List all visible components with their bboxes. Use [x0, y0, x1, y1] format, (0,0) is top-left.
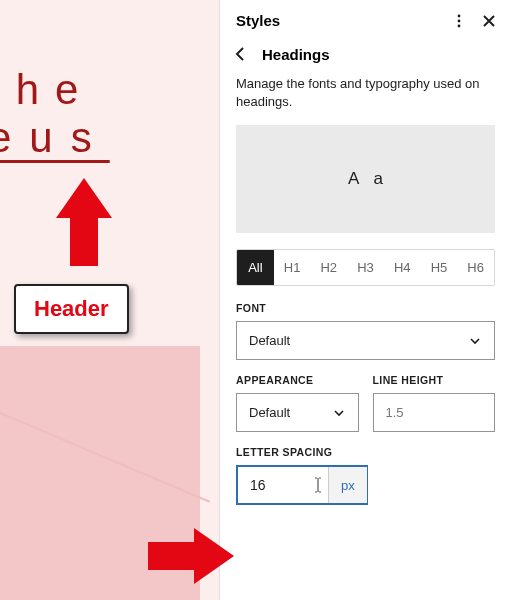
- preview-uppercase: A: [348, 169, 359, 189]
- annotation-arrow-up-icon: [56, 178, 112, 266]
- annotation-callout-text: Header: [34, 296, 109, 321]
- preview-lowercase: a: [373, 169, 382, 189]
- tab-all[interactable]: All: [237, 250, 274, 285]
- back-icon[interactable]: [232, 45, 250, 63]
- chevron-down-icon: [468, 334, 482, 348]
- svg-point-2: [458, 24, 461, 27]
- font-field: FONT Default: [220, 302, 511, 374]
- panel-header: Styles: [220, 0, 511, 39]
- typography-preview: A a: [236, 125, 495, 233]
- heading-preview-text: the eus: [0, 66, 110, 162]
- font-label: FONT: [236, 302, 495, 314]
- chevron-down-icon: [332, 406, 346, 420]
- line-height-label: LINE HEIGHT: [373, 374, 496, 386]
- tab-h1[interactable]: H1: [274, 250, 311, 285]
- tab-h6[interactable]: H6: [457, 250, 494, 285]
- font-select-value: Default: [249, 333, 290, 348]
- appearance-select[interactable]: Default: [236, 393, 359, 432]
- tab-h2[interactable]: H2: [310, 250, 347, 285]
- appearance-lineheight-row: APPEARANCE Default LINE HEIGHT: [220, 374, 511, 446]
- more-options-icon[interactable]: [451, 13, 467, 29]
- line-height-field: LINE HEIGHT: [373, 374, 496, 432]
- letter-spacing-field: LETTER SPACING px: [220, 446, 511, 519]
- letter-spacing-input-group: px: [236, 465, 368, 505]
- svg-point-1: [458, 19, 461, 22]
- letter-spacing-label: LETTER SPACING: [236, 446, 495, 458]
- close-icon[interactable]: [481, 13, 497, 29]
- heading-line-2: eus: [0, 114, 110, 162]
- styles-panel: Styles Headings Manage the fonts and typ…: [220, 0, 511, 600]
- appearance-field: APPEARANCE Default: [236, 374, 359, 432]
- tab-h4[interactable]: H4: [384, 250, 421, 285]
- line-height-input[interactable]: [373, 393, 496, 432]
- svg-point-0: [458, 14, 461, 17]
- panel-title: Styles: [236, 12, 280, 29]
- font-select[interactable]: Default: [236, 321, 495, 360]
- annotation-callout: Header: [14, 284, 129, 334]
- annotation-arrow-right-icon: [148, 528, 234, 584]
- heading-line-1: the: [0, 66, 110, 114]
- panel-description: Manage the fonts and typography used on …: [220, 75, 511, 125]
- letter-spacing-input[interactable]: [238, 467, 308, 503]
- appearance-select-value: Default: [249, 405, 290, 420]
- letter-spacing-unit-button[interactable]: px: [328, 467, 367, 503]
- breadcrumb-label: Headings: [262, 46, 330, 63]
- appearance-label: APPEARANCE: [236, 374, 359, 386]
- tab-h5[interactable]: H5: [421, 250, 458, 285]
- tab-h3[interactable]: H3: [347, 250, 384, 285]
- editor-canvas: the eus Header: [0, 0, 220, 600]
- breadcrumb: Headings: [220, 39, 511, 75]
- panel-actions: [451, 13, 497, 29]
- text-cursor-icon: [308, 467, 328, 503]
- heading-level-tabs: All H1 H2 H3 H4 H5 H6: [236, 249, 495, 286]
